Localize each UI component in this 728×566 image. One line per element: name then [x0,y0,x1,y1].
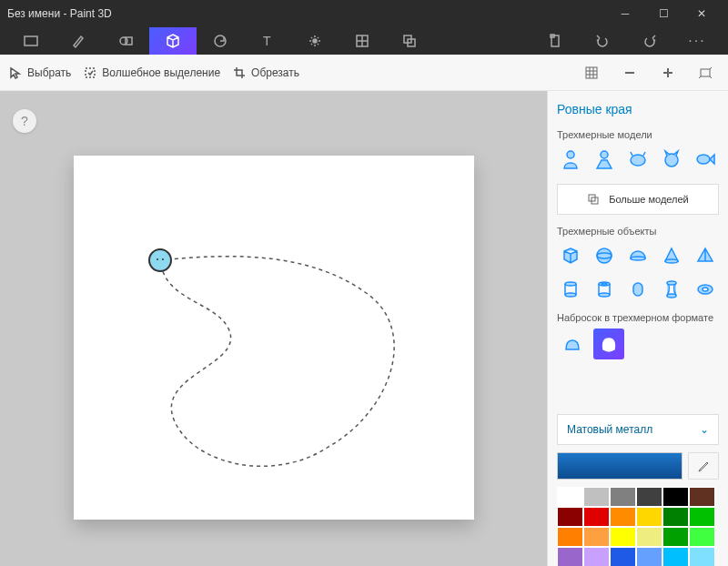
more-models-button[interactable]: Больше моделей [557,184,719,215]
palette-swatch[interactable] [662,507,689,527]
svg-point-28 [565,282,576,286]
canvas[interactable] [74,156,474,520]
material-label: Матовый металл [567,423,652,436]
panel-title: Ровные края [557,102,719,116]
models-row [557,146,719,173]
palette-swatch[interactable] [662,547,689,566]
palette-swatch[interactable] [689,487,715,507]
svg-point-14 [149,249,171,271]
palette-swatch[interactable] [610,527,636,547]
zoom-in[interactable] [655,60,681,86]
model-dog[interactable] [624,146,652,173]
palette-swatch[interactable] [610,487,636,507]
magic-select-button[interactable]: Волшебное выделение [84,66,220,79]
palette-swatch[interactable] [610,507,636,527]
titlebar: Без имени - Paint 3D ─ ☐ ✕ [0,0,728,27]
palette-swatch[interactable] [636,487,662,507]
material-select[interactable]: Матовый металл ⌄ [557,414,719,445]
tab-3d-shapes[interactable] [149,27,197,55]
crop-label: Обрезать [251,66,299,79]
window-controls: ─ ☐ ✕ [606,0,721,27]
shape-cone[interactable] [658,242,685,269]
secondary-toolbar: Выбрать Волшебное выделение Обрезать [0,55,728,91]
svg-point-5 [313,39,317,43]
palette-swatch[interactable] [636,507,662,527]
tab-2d-shapes[interactable] [102,27,149,55]
palette-swatch[interactable] [557,507,583,527]
shape-hemisphere[interactable] [624,242,652,269]
models-label: Трехмерные модели [557,129,719,140]
help-button[interactable]: ? [13,109,36,133]
tab-brushes[interactable] [55,27,102,55]
tab-undo[interactable] [579,27,626,55]
minimize-button[interactable]: ─ [606,0,644,27]
tab-effects[interactable] [291,27,339,55]
eyedropper-button[interactable] [688,452,719,480]
shape-tube[interactable] [591,276,618,303]
palette-swatch[interactable] [610,547,636,566]
palette-swatch[interactable] [557,487,583,507]
svg-rect-11 [86,68,95,77]
svg-point-18 [601,151,608,158]
tab-menu[interactable] [7,27,55,55]
shape-capsule[interactable] [624,276,652,303]
svg-point-1 [120,37,127,45]
shape-sphere[interactable] [591,242,618,269]
svg-rect-33 [633,283,642,296]
svg-point-20 [665,154,678,167]
close-button[interactable]: ✕ [682,0,721,27]
tab-library[interactable] [386,27,433,55]
shape-torus[interactable] [692,276,719,303]
palette-swatch[interactable] [689,507,715,527]
palette-swatch[interactable] [557,547,583,566]
svg-point-17 [567,151,574,158]
shape-cube[interactable] [557,242,584,269]
palette-swatch[interactable] [689,527,715,547]
doodle-label: Набросок в трехмерном формате [557,312,719,323]
palette-swatch[interactable] [689,547,715,566]
tab-redo[interactable] [626,27,673,55]
palette-swatch[interactable] [583,487,610,507]
shape-cylinder[interactable] [557,276,584,303]
select-button[interactable]: Выбрать [9,66,71,79]
current-color[interactable] [557,452,682,480]
svg-point-37 [703,288,708,291]
magic-label: Волшебное выделение [102,66,220,79]
doodle-sharp-edge[interactable] [557,328,588,359]
objects-row [557,242,719,303]
svg-point-35 [667,294,676,298]
svg-point-21 [697,155,710,164]
tab-stickers[interactable] [197,27,244,55]
model-fish[interactable] [692,146,719,173]
view-3d-button[interactable] [693,60,719,86]
svg-text:T: T [263,34,271,48]
model-woman[interactable] [591,146,618,173]
svg-point-32 [599,293,610,297]
palette-swatch[interactable] [636,527,662,547]
palette-swatch[interactable] [557,527,583,547]
tab-more[interactable]: ··· [673,27,721,55]
palette-swatch[interactable] [583,547,610,566]
shape-pyramid[interactable] [692,242,719,269]
crop-button[interactable]: Обрезать [233,66,299,79]
zoom-out[interactable] [617,60,642,86]
svg-point-34 [667,281,676,285]
svg-rect-13 [701,69,710,76]
svg-rect-0 [25,36,37,45]
grid-toggle[interactable] [579,60,604,86]
palette-swatch[interactable] [583,507,610,527]
palette-swatch[interactable] [662,527,689,547]
shape-curved-cylinder[interactable] [658,276,685,303]
tab-text[interactable]: T [244,27,291,55]
library-icon [587,193,600,206]
palette-swatch[interactable] [662,487,689,507]
model-cat[interactable] [658,146,685,173]
maximize-button[interactable]: ☐ [644,0,682,27]
doodle-smooth-edge[interactable] [593,328,624,359]
model-man[interactable] [557,146,584,173]
palette-swatch[interactable] [636,547,662,566]
palette-swatch[interactable] [583,527,610,547]
svg-rect-12 [586,67,597,78]
tab-paste[interactable] [531,27,579,55]
tab-canvas[interactable] [339,27,386,55]
